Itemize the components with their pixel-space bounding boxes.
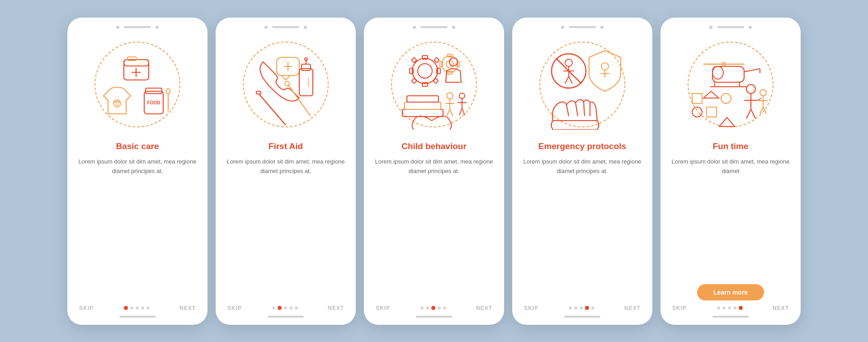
topbar-dot — [452, 26, 455, 29]
svg-line-24 — [259, 94, 286, 125]
dot — [284, 306, 287, 309]
card-title-child-behaviour: Child behaviour — [401, 141, 467, 152]
illustration-fun-time — [679, 33, 783, 136]
svg-rect-78 — [692, 107, 702, 117]
svg-text:FOOD: FOOD — [147, 100, 160, 105]
svg-point-81 — [746, 84, 755, 94]
phone-card-emergency: Emergency protocols Lorem ipsum dolor si… — [512, 18, 652, 325]
svg-rect-43 — [402, 109, 443, 117]
dots-4 — [569, 306, 594, 310]
svg-marker-80 — [719, 117, 735, 126]
next-button-3[interactable]: NEXT — [476, 305, 492, 311]
dot — [136, 306, 139, 309]
svg-line-85 — [751, 109, 755, 118]
dot — [591, 306, 594, 309]
topbar-dot — [561, 26, 564, 29]
card-desc-emergency: Lorem ipsum dolor sit dim amet, mea regi… — [521, 157, 643, 298]
svg-rect-1 — [124, 60, 149, 66]
dot — [733, 306, 736, 309]
svg-marker-14 — [281, 75, 290, 80]
svg-line-62 — [569, 76, 572, 84]
phone-bottom-bar-2 — [268, 316, 304, 318]
card-bottom-1: SKIP NEXT — [76, 305, 198, 311]
svg-rect-66 — [712, 66, 744, 82]
card-desc-basic-care: Lorem ipsum dolor sit dim amet, mea regi… — [76, 157, 198, 298]
next-button-5[interactable]: NEXT — [773, 305, 789, 311]
phone-bottom-bar-3 — [416, 316, 452, 318]
skip-button-1[interactable]: SKIP — [79, 305, 94, 311]
svg-point-6 — [115, 101, 117, 103]
screens-container: FOOD Basic care Lorem ipsum dolor sit di… — [67, 18, 801, 325]
card-bottom-5: SKIP NEXT — [670, 305, 792, 311]
topbar-line — [124, 26, 151, 28]
illustration-child-behaviour — [382, 33, 486, 136]
svg-point-86 — [760, 89, 766, 96]
dot-active — [585, 306, 589, 310]
svg-point-5 — [113, 100, 121, 107]
dots-1 — [124, 306, 150, 310]
next-button-4[interactable]: NEXT — [624, 305, 641, 311]
svg-point-71 — [712, 66, 723, 79]
svg-marker-76 — [703, 91, 719, 98]
svg-line-54 — [459, 108, 462, 115]
dot-active — [739, 306, 743, 310]
svg-point-7 — [118, 101, 119, 103]
svg-rect-18 — [302, 64, 311, 70]
dot — [438, 306, 441, 309]
phone-bottom-bar-5 — [712, 316, 749, 318]
dots-2 — [272, 306, 298, 310]
svg-line-90 — [763, 107, 766, 114]
dot — [130, 306, 133, 309]
skip-button-2[interactable]: SKIP — [227, 305, 242, 311]
illustration-basic-care: FOOD — [85, 33, 189, 136]
phone-card-child-behaviour: Child behaviour Lorem ipsum dolor sit di… — [364, 18, 504, 325]
svg-rect-44 — [405, 102, 441, 109]
dots-5 — [717, 306, 743, 310]
next-button-2[interactable]: NEXT — [328, 305, 344, 311]
phone-topbar-4 — [561, 26, 604, 29]
svg-rect-17 — [299, 69, 313, 96]
svg-line-89 — [760, 107, 763, 114]
svg-line-50 — [450, 109, 453, 116]
svg-line-84 — [746, 109, 751, 118]
svg-point-77 — [721, 94, 731, 103]
svg-line-91 — [758, 98, 761, 100]
svg-point-27 — [418, 64, 432, 78]
phone-topbar-1 — [116, 26, 159, 29]
skip-button-3[interactable]: SKIP — [376, 305, 390, 311]
svg-point-63 — [601, 63, 609, 70]
topbar-line — [569, 26, 596, 28]
basic-care-svg: FOOD — [92, 42, 183, 127]
topbar-line — [272, 26, 299, 28]
learn-more-button[interactable]: Learn more — [697, 284, 764, 300]
dot — [146, 306, 150, 309]
topbar-dot — [749, 26, 752, 29]
topbar-dot — [156, 26, 159, 29]
card-desc-child-behaviour: Lorem ipsum dolor sit dim amet, mea regi… — [373, 157, 495, 298]
phone-card-fun-time: Fun time Lorem ipsum dolor sit dim amet,… — [660, 18, 801, 325]
svg-point-51 — [459, 93, 465, 98]
phone-topbar-5 — [709, 26, 752, 29]
phone-card-basic-care: FOOD Basic care Lorem ipsum dolor sit di… — [67, 18, 208, 325]
skip-button-4[interactable]: SKIP — [524, 305, 538, 311]
phone-card-first-aid: First Aid Lorem ipsum dolor sit dim amet… — [216, 18, 356, 325]
phone-topbar-3 — [413, 26, 455, 29]
dot — [722, 306, 726, 309]
topbar-dot — [600, 26, 604, 29]
illustration-emergency — [530, 33, 634, 136]
card-title-emergency: Emergency protocols — [538, 141, 626, 152]
skip-button-5[interactable]: SKIP — [672, 305, 687, 311]
dot — [569, 306, 572, 309]
svg-line-67 — [744, 69, 760, 72]
card-title-basic-care: Basic care — [116, 141, 159, 152]
dot — [443, 306, 446, 309]
svg-rect-33 — [434, 57, 439, 62]
topbar-dot — [116, 26, 119, 29]
child-behaviour-svg — [389, 39, 479, 130]
first-aid-svg — [241, 39, 331, 130]
svg-line-55 — [462, 108, 465, 115]
topbar-dot — [413, 26, 416, 29]
card-title-fun-time: Fun time — [712, 141, 748, 152]
illustration-first-aid — [234, 33, 338, 136]
next-button-1[interactable]: NEXT — [179, 305, 196, 311]
